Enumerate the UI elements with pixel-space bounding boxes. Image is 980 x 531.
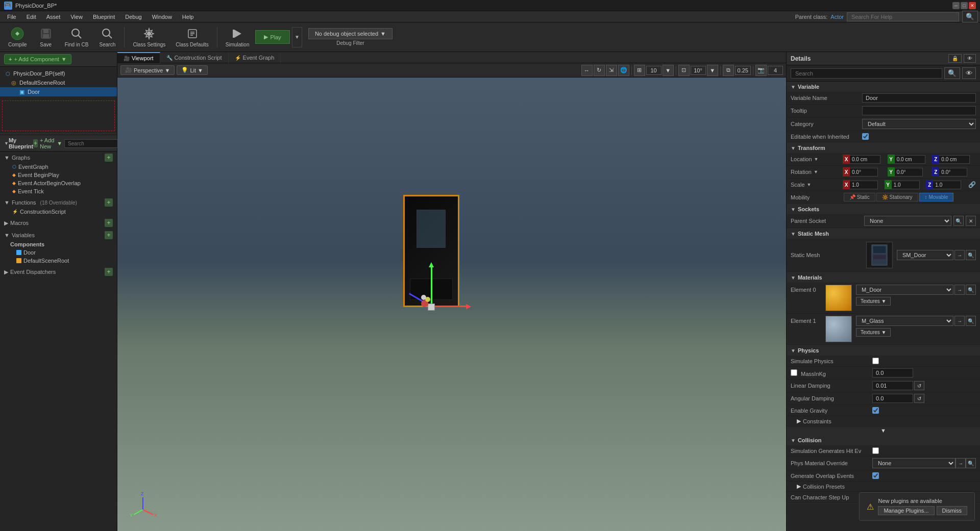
- details-search-icon-btn[interactable]: 🔍: [944, 67, 960, 79]
- tab-event-graph[interactable]: ⚡ Event Graph: [229, 52, 281, 63]
- phys-material-search-btn[interactable]: 🔍: [966, 458, 976, 468]
- angle-snap-dropdown[interactable]: ▼: [707, 65, 718, 76]
- blueprint-search-input[interactable]: [64, 139, 126, 148]
- simulation-button[interactable]: Simulation: [222, 24, 254, 49]
- static-mesh-dropdown[interactable]: SM_Door: [897, 250, 953, 260]
- editable-checkbox[interactable]: [862, 133, 869, 140]
- menu-blueprint[interactable]: Blueprint: [88, 13, 120, 21]
- add-new-button[interactable]: +: [33, 139, 38, 147]
- event-graph-item[interactable]: ⬡ EventGraph: [0, 163, 117, 171]
- close-button[interactable]: ✕: [969, 2, 976, 9]
- menu-window[interactable]: Window: [147, 13, 177, 21]
- mesh-search-btn[interactable]: 🔍: [966, 250, 976, 260]
- grid-snap-value[interactable]: 10: [646, 66, 662, 75]
- add-new-arrow[interactable]: ▼: [57, 140, 62, 146]
- compile-button[interactable]: Compile: [4, 24, 31, 49]
- functions-header[interactable]: ▼ Functions (18 Overridable) +: [0, 197, 117, 208]
- my-blueprint-header[interactable]: ▼ My Blueprint + + Add New ▼ 🔍 👁 ▾: [0, 136, 117, 151]
- functions-add-button[interactable]: +: [105, 198, 113, 207]
- collision-section-header[interactable]: ▼ Collision: [787, 435, 980, 445]
- location-x-input[interactable]: [850, 155, 880, 164]
- menu-help[interactable]: Help: [177, 13, 199, 21]
- camera-speed-icon[interactable]: 📷: [755, 65, 767, 76]
- socket-search-btn[interactable]: 🔍: [953, 216, 964, 226]
- play-dropdown-button[interactable]: ▼: [292, 27, 302, 47]
- tab-viewport[interactable]: 🎥 Viewport: [117, 52, 160, 63]
- physics-expand-btn[interactable]: ▼: [787, 426, 980, 435]
- details-lock-button[interactable]: 🔒: [948, 54, 962, 63]
- element1-arrow-btn[interactable]: →: [954, 316, 965, 326]
- var-door-item[interactable]: Door: [0, 248, 117, 257]
- add-component-button[interactable]: + Add Component ▼: [4, 54, 71, 64]
- details-eye-button[interactable]: 👁: [964, 54, 976, 63]
- tree-item-physicsdoor[interactable]: ⬡ PhysicDoor_BP(self): [0, 69, 117, 78]
- manage-plugins-button[interactable]: Manage Plugins...: [878, 506, 934, 515]
- angle-snap-value[interactable]: 10°: [691, 66, 706, 75]
- event-dispatchers-add-button[interactable]: +: [105, 268, 113, 276]
- find-in-cb-button[interactable]: Find in CB: [61, 24, 93, 49]
- phys-material-arrow-btn[interactable]: →: [955, 458, 966, 468]
- element0-search-btn[interactable]: 🔍: [966, 285, 976, 295]
- menu-asset[interactable]: Asset: [41, 13, 66, 21]
- sockets-section-header[interactable]: ▼ Sockets: [787, 204, 980, 214]
- socket-clear-btn[interactable]: ✕: [966, 216, 976, 226]
- location-z-input[interactable]: [939, 155, 970, 164]
- variables-add-button[interactable]: +: [105, 231, 113, 239]
- maximize-button[interactable]: □: [961, 2, 968, 9]
- macros-header[interactable]: ▶ Macros +: [0, 218, 117, 228]
- scale-z-input[interactable]: [933, 181, 961, 189]
- enable-gravity-checkbox[interactable]: [872, 407, 879, 414]
- details-eye-toggle-btn[interactable]: 👁: [962, 67, 976, 79]
- element0-arrow-btn[interactable]: →: [954, 285, 965, 295]
- scale-x-input[interactable]: [850, 181, 878, 189]
- macros-add-button[interactable]: +: [105, 219, 113, 227]
- graphs-header[interactable]: ▼ Graphs +: [0, 153, 117, 163]
- rotation-y-input[interactable]: [895, 168, 923, 176]
- 3d-viewport[interactable]: X Y Z: [117, 78, 786, 531]
- scale-lock-icon[interactable]: 🔗: [968, 181, 976, 189]
- constraints-row[interactable]: ▶ Constraints: [787, 416, 980, 426]
- event-tick-item[interactable]: ◆ Event Tick: [0, 187, 117, 195]
- location-y-input[interactable]: [895, 155, 925, 164]
- element1-dropdown[interactable]: M_Glass: [856, 316, 953, 326]
- scale-snap-value[interactable]: 0.25: [735, 66, 751, 75]
- perspective-toggle[interactable]: 🎥 Perspective ▼: [120, 65, 175, 75]
- variables-header[interactable]: ▼ Variables +: [0, 230, 117, 240]
- parent-socket-dropdown[interactable]: None: [864, 216, 951, 226]
- search-help-button[interactable]: 🔍: [962, 11, 978, 22]
- mesh-arrow-btn[interactable]: →: [954, 250, 965, 260]
- scale-snap-icon[interactable]: ⧉: [723, 65, 734, 76]
- details-search-input[interactable]: [791, 68, 942, 79]
- dismiss-button[interactable]: Dismiss: [937, 506, 968, 515]
- event-beginplay-item[interactable]: ◆ Event BeginPlay: [0, 171, 117, 179]
- menu-debug[interactable]: Debug: [120, 13, 146, 21]
- search-button[interactable]: Search: [94, 24, 120, 49]
- linear-damping-input[interactable]: [872, 381, 913, 390]
- variable-section-header[interactable]: ▼ Variable: [787, 82, 980, 92]
- static-mesh-section-header[interactable]: ▼ Static Mesh: [787, 229, 980, 239]
- phys-material-dropdown[interactable]: None: [872, 458, 955, 468]
- mass-input[interactable]: [872, 368, 913, 377]
- linear-damping-reset-btn[interactable]: ↺: [914, 381, 924, 390]
- element0-dropdown[interactable]: M_Door: [856, 285, 953, 295]
- element1-textures-btn[interactable]: Textures ▼: [856, 328, 891, 337]
- category-dropdown[interactable]: Default: [862, 119, 976, 129]
- generate-overlap-checkbox[interactable]: [872, 472, 879, 479]
- event-dispatchers-header[interactable]: ▶ Event Dispatchers +: [0, 267, 117, 277]
- sim-generates-checkbox[interactable]: [872, 447, 879, 454]
- rotation-z-input[interactable]: [939, 168, 967, 176]
- tree-item-defaultsceneroot[interactable]: ◎ DefaultSceneRoot: [0, 78, 117, 87]
- class-defaults-button[interactable]: Class Defaults: [172, 24, 212, 49]
- play-button[interactable]: ▶ Play: [255, 30, 289, 44]
- var-defaultsceneroot-item[interactable]: DefaultSceneRoot: [0, 257, 117, 265]
- rotate-icon-btn[interactable]: ↻: [594, 65, 605, 76]
- angular-damping-input[interactable]: [872, 394, 913, 403]
- physics-section-header[interactable]: ▼ Physics: [787, 345, 980, 356]
- simulate-physics-checkbox[interactable]: [872, 358, 879, 364]
- world-icon-btn[interactable]: 🌐: [618, 65, 629, 76]
- mobility-stationary-btn[interactable]: 🔆 Stationary: [876, 193, 918, 201]
- collision-presets-row[interactable]: ▶ Collision Presets: [787, 482, 980, 492]
- debug-filter-button[interactable]: No debug object selected ▼: [308, 28, 393, 39]
- mobility-static-btn[interactable]: 📌 Static: [844, 193, 875, 201]
- lit-toggle[interactable]: 💡 Lit ▼: [177, 65, 208, 75]
